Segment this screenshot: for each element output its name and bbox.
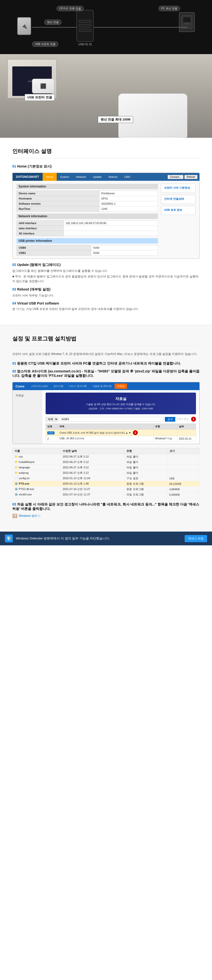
eth0-label: eth0 interface bbox=[17, 221, 64, 226]
file-col-date: 수정한 날짜 bbox=[61, 448, 124, 454]
usb-printer-label: USB 프린터 연결 bbox=[25, 94, 55, 101]
file-row-installwizard: 📁 InstallWizard 2022-06-27 오후 2:12 파일 폴더 bbox=[13, 460, 200, 465]
dl-col-date: 날짜 bbox=[177, 424, 196, 430]
site-logo: Coms bbox=[16, 385, 24, 388]
web-ui-sidebar: 프린터 서버 기본정보 인터넷 연결상태 USB 포트 정보 bbox=[161, 184, 196, 256]
sidebar-downloads[interactable]: 자료실 bbox=[13, 392, 42, 399]
interface-section: 인터페이스 설명 01 Home (기본정보 표시) DATONGSMART H… bbox=[0, 138, 212, 325]
search-type-select[interactable]: 제목 bbox=[46, 417, 58, 422]
top-diagram-section: 🔌 USB FE 32 CF카드 전원 연결 랜 bbox=[0, 0, 212, 54]
sys-icon: ⚙️ bbox=[14, 493, 18, 496]
subsection-04: 04 Virtual USB Port software 본 기기는 가상 US… bbox=[12, 301, 200, 312]
step-01-heading: 01 Home (기본정보 표시) bbox=[12, 164, 200, 169]
nav-network[interactable]: Network bbox=[73, 173, 90, 181]
tab-tech[interactable]: 기술팀 및 AS사항 bbox=[90, 383, 114, 389]
tab-customer-service[interactable]: 고객서비스센터 bbox=[28, 383, 51, 389]
install-title: 설정 및 프로그램 설치방법 bbox=[12, 335, 200, 346]
tab-service-docs[interactable]: 서비스 청구서류 bbox=[66, 383, 89, 389]
4g-value bbox=[64, 231, 158, 236]
lan-connection-label: 랜선 연결 최대 100M bbox=[98, 116, 133, 123]
web-ui-body: System information Device name PrintServ… bbox=[13, 181, 199, 259]
interface-title: 인터페이스 설명 bbox=[12, 148, 200, 158]
nav-home[interactable]: Home bbox=[43, 173, 57, 181]
web-ui-logo: DATONGSMART bbox=[13, 173, 43, 181]
dl-col-type: 유형 bbox=[154, 424, 177, 430]
step-02-heading: 02 Update (펌웨어 업그레이드) bbox=[12, 263, 200, 267]
file-row-pts2dll: ⚙️ PTS2.dll.exe 2021-07-16 오전 11:27 응용 프… bbox=[13, 487, 200, 492]
runtime-value: 1240 bbox=[99, 206, 158, 212]
step-03-heading: 03 Reboot (재부팅 설정) bbox=[12, 287, 200, 292]
new-badge: NEW bbox=[47, 431, 55, 434]
subsection-01: 01 Home (기본정보 표시) DATONGSMART Home Syste… bbox=[12, 164, 200, 259]
nav-update[interactable]: Update bbox=[90, 173, 105, 181]
install-step-02: 02 컴스마트 AS사이트 (as.comsmart.co.kr) - 자료실 … bbox=[12, 369, 200, 497]
eth0-value: 192.168.0.124 | 00:09:27:f3:59:90 bbox=[64, 221, 158, 226]
usb1-value: 9160 bbox=[91, 250, 158, 256]
usb0-label: USB0 bbox=[17, 245, 91, 250]
hostname-label: Hostname bbox=[17, 196, 100, 201]
access-allow-button[interactable]: 액세스 허용 bbox=[185, 535, 207, 542]
site-tabs: 고객서비스센터 공지사항 서비스 청구서류 기술팀 및 AS사항 자료실 bbox=[28, 383, 127, 389]
file-row-vhci64: ⚙️ vhci64.exe 2021-07-14 오전 11:37 파일 프로그… bbox=[13, 492, 200, 497]
network-info-header: Network information bbox=[16, 213, 158, 219]
dl-row1-type bbox=[154, 430, 177, 436]
dl-row1-date bbox=[177, 430, 196, 436]
nav-reboot[interactable]: Reboot bbox=[105, 173, 120, 181]
usb-printer-table: USB0 9160 USB1 9160 bbox=[16, 245, 158, 256]
file-list-container: 이름 수정한 날짜 유형 크기 📁 css 2022-06-27 오후 2:12… bbox=[12, 448, 200, 497]
download-table: 번호 제목 유형 날짜 NEW bbox=[46, 423, 196, 441]
dl-col-num: 번호 bbox=[46, 424, 58, 430]
config-icon: 📄 bbox=[14, 477, 18, 480]
cf-card-label: CF카드 전원 연결 bbox=[57, 6, 84, 11]
site-sidebar: 자료실 bbox=[13, 390, 42, 444]
software-value: 20220501.1 bbox=[99, 201, 158, 206]
search-button[interactable]: 검색 bbox=[165, 417, 175, 422]
wlan0-value bbox=[64, 226, 158, 231]
install-step-01: 01 동봉된 CT입 USB 케이블로 프린터 서버와 PC를 연결하고 인터넷… bbox=[12, 361, 200, 366]
dl-row2-title: USB...IH 383 드라이버 bbox=[58, 436, 154, 441]
tab-downloads[interactable]: 자료실 bbox=[115, 383, 127, 389]
tab-notice[interactable]: 공지사항 bbox=[51, 383, 66, 389]
step-04-text: 본 기기는 가상 USB 포트로 프린터 전용이며 일부 프린터의 경우 네트워… bbox=[12, 307, 200, 312]
sidebar-usb-port: USB 포트 정보 bbox=[161, 206, 196, 215]
nav-system[interactable]: System bbox=[57, 173, 73, 181]
install-step-03: 03 처음 실행 시 아래와 같은 보안 경고창이 나타나니라면 "홈 네트워크… bbox=[12, 502, 200, 518]
software-label: Software version bbox=[17, 201, 100, 206]
sidebar-network-status: 인터넷 연결상태 bbox=[161, 195, 196, 204]
install-step-02-num: 02 컴스마트 AS사이트 (as.comsmart.co.kr) - 자료실 … bbox=[12, 369, 200, 378]
usb-printer-info-header: USB printer information bbox=[16, 238, 158, 243]
file-col-name: 이름 bbox=[13, 448, 61, 454]
site-header: Coms 고객서비스센터 공지사항 서비스 청구서류 기술팀 및 AS사항 자료… bbox=[13, 382, 199, 390]
web-ui-navbar: DATONGSMART Home System Network Update R… bbox=[13, 173, 199, 181]
file-col-type: 유형 bbox=[124, 448, 167, 454]
refresh-btn[interactable]: Refresh bbox=[185, 175, 198, 179]
dl-col-title: 제목 bbox=[58, 424, 154, 430]
download-row-1: NEW Coms USB 프린트 서버 IH 383 설치 방법 안내서 (업데… bbox=[46, 430, 196, 436]
web-ui-mockup: DATONGSMART Home System Network Update R… bbox=[12, 173, 200, 259]
runtime-label: RunTime bbox=[17, 206, 100, 212]
dl-row2-type: Windows7 이상 bbox=[154, 436, 177, 441]
site-main: 자료실 기술팀 및 AS 상담 뿐만 아니라 관련 자료를 검색할 수 있습니다… bbox=[42, 390, 199, 444]
folder-icon: 📁 bbox=[14, 471, 18, 474]
install-step-03-num: 03 처음 실행 시 아래와 같은 보안 경고창이 나타나니라면 "홈 네트워크… bbox=[12, 502, 200, 511]
exe-icon: ⚙️ bbox=[14, 482, 18, 485]
file-row-pts: ⚙️ PTS.exe 2025-01-13 오후 1:48 응용 프로그램 20… bbox=[13, 481, 200, 487]
defender-text: Windows Defender 방화벽에서 이 앱의 일부 기능을 차단했습니… bbox=[16, 536, 110, 541]
folder-icon: 📁 bbox=[14, 460, 18, 463]
system-info-header: System information bbox=[16, 184, 158, 189]
dl-row2-num: 2 bbox=[46, 436, 58, 441]
connect-btn[interactable]: Connect... bbox=[168, 175, 183, 179]
nav-cms[interactable]: CMS bbox=[121, 173, 133, 181]
printer-photo-section: monitor ⬛ USB 프린터 연결 랜선 연결 최대 100M bbox=[0, 54, 212, 138]
file-row-css: 📁 css 2022-06-27 오후 2:12 파일 폴더 bbox=[13, 454, 200, 460]
install-step-01-num: 01 동봉된 CT입 USB 케이블로 프린터 서버와 PC를 연결하고 인터넷… bbox=[12, 361, 200, 366]
usb1-label: USB1 bbox=[17, 250, 91, 256]
file-row-config: 📄 config.ini 2022-01-13 오후 11:04 구성 설정 1… bbox=[13, 476, 200, 481]
install-section: 설정 및 프로그램 설치방법 프린터 서버 설정 프로그램은 Window 7,… bbox=[0, 325, 212, 531]
shield-icon: 🛡️ bbox=[5, 535, 13, 542]
folder-icon: 📁 bbox=[14, 466, 18, 469]
search-input[interactable] bbox=[60, 417, 164, 422]
shield-symbol: 🛡️ bbox=[6, 536, 11, 541]
subsection-03: 03 Reboot (재부팅 설정) 프린터 서버 재부팅 기능입니다. bbox=[12, 287, 200, 298]
file-row-language: 📁 language 2022-06-27 오후 3:12 파일 폴더 bbox=[13, 465, 200, 470]
